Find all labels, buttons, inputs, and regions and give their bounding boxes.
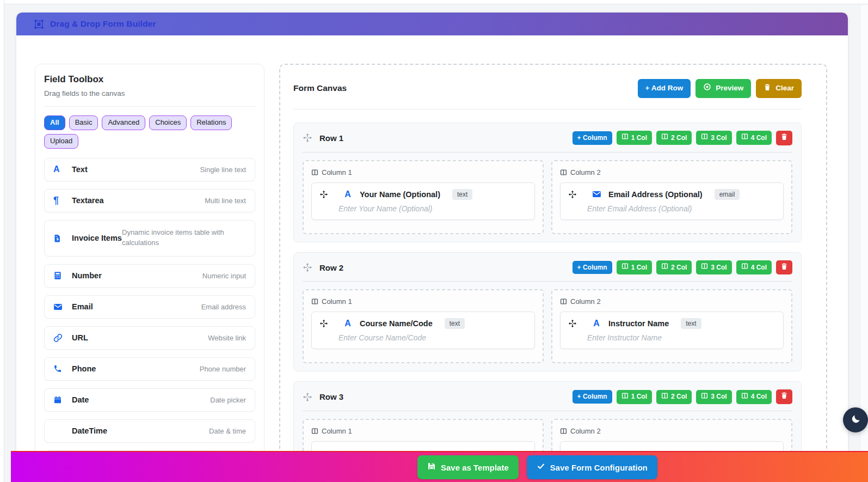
toolbox-item-list: A Text Single line text ¶ Textarea Multi… [44,158,255,474]
canvas-title: Form Canvas [293,83,347,93]
toolbox-item-label: URL [72,333,88,342]
add-column-button[interactable]: + Column [572,390,612,404]
column-header: Column 1 [311,427,535,435]
toolbox-item-datetime[interactable]: DateTime Date & time [44,419,255,443]
calculator-icon [53,271,72,280]
column-header: Column 2 [560,427,784,435]
columns-icon [560,169,567,176]
toolbox-item-desc: Numeric input [202,272,246,280]
set-2-col-button[interactable]: 2 Col [656,131,692,145]
field-type-badge: text [681,318,701,329]
delete-row-button[interactable] [776,260,792,275]
set-4-col-button[interactable]: 4 Col [736,131,772,145]
filter-chip-choices[interactable]: Choices [149,115,187,130]
column-dropzone[interactable]: Column 2 Email Address (Optional) email … [551,160,792,234]
set-4-col-button[interactable]: 4 Col [736,260,772,274]
toolbox-item-url[interactable]: URL Website link [44,326,255,350]
filter-chip-relations[interactable]: Relations [190,115,232,130]
field-type-badge: email [715,189,740,200]
set-2-col-button[interactable]: 2 Col [656,390,692,404]
filter-chip-row: AllBasicAdvancedChoicesRelationsUpload [44,115,255,149]
set-3-col-button[interactable]: 3 Col [696,260,731,274]
save-form-configuration-button[interactable]: Save Form Configuration [527,455,657,479]
row-actions: + Column 1 Col2 Col3 Col4 Col [572,260,792,275]
filter-chip-all[interactable]: All [44,115,65,130]
set-3-col-button[interactable]: 3 Col [696,131,731,145]
form-canvas[interactable]: Form Canvas + Add Row Preview Clear Row … [279,64,827,482]
field-card-course-name-code[interactable]: A Course Name/Code text Enter Course Nam… [311,312,535,349]
toolbox-item-number[interactable]: Number Numeric input [44,264,255,288]
toolbox-item-invoice-items[interactable]: $ Invoice Items Dynamic invoice items ta… [44,220,255,257]
columns-icon [560,428,567,435]
filter-chip-basic[interactable]: Basic [69,115,99,130]
drag-handle-icon[interactable] [568,319,577,328]
page-top-strip [0,0,868,4]
move-row-icon[interactable] [303,392,312,402]
field-card-your-name-optional[interactable]: A Your Name (Optional) text Enter Your N… [311,182,535,220]
eye-icon [703,83,711,94]
toolbox-item-text[interactable]: A Text Single line text [44,158,255,181]
column-dropzone[interactable]: Column 1 A Course Name/Code text Enter C… [303,289,544,363]
column-dropzone[interactable]: Column 1 A Your Name (Optional) text Ent… [303,160,544,234]
columns-wrap: Column 1 A Course Name/Code text Enter C… [303,289,792,363]
toolbox-item-desc: Email address [201,303,246,311]
row-title: Row 2 [319,263,343,272]
toolbox-item-label: Invoice Items [72,233,122,244]
toolbox-item-phone[interactable]: Phone Phone number [44,357,255,381]
columns-icon [741,392,748,402]
toolbox-item-date[interactable]: Date Date picker [44,388,255,412]
toolbox-item-desc: Dynamic invoice items table with calcula… [122,228,246,248]
toolbox-item-label: Textarea [72,196,104,205]
column-dropzone[interactable]: Column 2 A Instructor Name text Enter In… [551,289,792,363]
columns-icon [621,133,629,143]
columns-icon [661,392,668,402]
row-actions: + Column 1 Col2 Col3 Col4 Col [572,131,792,145]
field-placeholder: Enter Your Name (Optional) [338,204,527,213]
preview-button[interactable]: Preview [695,79,751,98]
toolbox-item-textarea[interactable]: ¶ Textarea Multi line text [44,189,255,212]
set-1-col-button[interactable]: 1 Col [617,390,652,404]
drag-handle-icon[interactable] [568,190,577,199]
add-column-button[interactable]: + Column [572,261,612,274]
row-title: Row 3 [319,392,343,401]
filter-chip-upload[interactable]: Upload [44,134,78,149]
columns-icon [701,133,708,143]
field-label: Email Address (Optional) [608,190,703,199]
column-header: Column 2 [560,168,784,176]
move-row-icon[interactable] [303,263,312,272]
trash-icon [780,263,788,273]
clear-button[interactable]: Clear [756,79,802,98]
drag-handle-icon[interactable] [319,190,328,199]
toolbox-item-desc: Phone number [200,365,246,373]
move-row-icon[interactable] [303,133,312,143]
drag-handle-icon[interactable] [319,319,328,328]
set-2-col-button[interactable]: 2 Col [656,260,692,274]
column-title: Column 2 [570,168,601,176]
set-1-col-button[interactable]: 1 Col [617,131,652,145]
row-header: Row 3 + Column 1 Col2 Col3 Col4 Col [303,389,792,411]
trash-icon [780,392,788,402]
set-3-col-button[interactable]: 3 Col [696,390,731,404]
add-column-button[interactable]: + Column [572,131,612,145]
field-main-row: A Your Name (Optional) text [319,189,527,200]
field-card-instructor-name[interactable]: A Instructor Name text Enter Instructor … [560,312,784,349]
toolbox-item-label: Date [72,395,89,404]
delete-row-button[interactable] [776,389,792,404]
toolbox-item-email[interactable]: Email Email address [44,295,255,319]
field-card-email-address-optional[interactable]: Email Address (Optional) email Enter Ema… [560,182,784,220]
set-4-col-button[interactable]: 4 Col [736,390,772,404]
columns-icon [661,133,668,143]
row-title: Row 1 [319,133,343,143]
save-as-template-button[interactable]: Save as Template [417,455,519,479]
dark-mode-toggle[interactable] [843,407,868,432]
delete-row-button[interactable] [776,131,792,145]
field-placeholder: Enter Email Address (Optional) [587,204,775,213]
footer-bar: Save as Template Save Form Configuration [11,451,868,482]
set-1-col-button[interactable]: 1 Col [617,260,652,274]
card-header: Drag & Drop Form Builder [16,13,848,35]
add-row-button[interactable]: + Add Row [638,79,691,98]
column-title: Column 2 [570,297,601,306]
field-placeholder: Enter Course Name/Code [338,333,527,342]
field-label: Course Name/Code [360,319,433,328]
filter-chip-advanced[interactable]: Advanced [102,115,145,130]
